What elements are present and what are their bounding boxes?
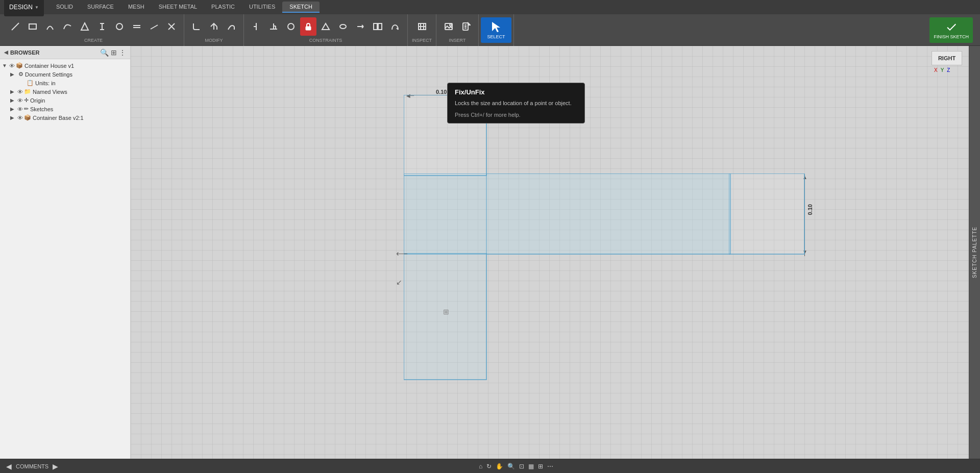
tooltip-shortcut: Press Ctrl+/ for more help. (455, 112, 577, 118)
tree-visibility-3[interactable]: 👁 (17, 89, 23, 95)
tree-item-6[interactable]: ▶👁📦Container Base v2:1 (0, 113, 130, 122)
grid-btn[interactable]: ⊞ (538, 463, 543, 470)
browser-expand-btn[interactable]: ⊞ (111, 48, 117, 57)
tree-expand-arrow-5[interactable]: ▶ (10, 106, 17, 112)
pan-btn[interactable]: ✋ (496, 463, 503, 470)
tooltip-description: Locks the size and location of a point o… (455, 99, 577, 108)
home-view-btn[interactable]: ⌂ (479, 463, 482, 470)
select-btn[interactable]: SELECT (481, 17, 511, 43)
tree-item-3[interactable]: ▶👁📁Named Views (0, 87, 130, 96)
parallel-btn[interactable] (352, 17, 369, 36)
tree-expand-arrow-4[interactable]: ▶ (10, 97, 17, 103)
tree-item-2[interactable]: 📋Units: in (0, 79, 130, 87)
tangent-btn[interactable] (335, 17, 351, 36)
svg-rect-46 (404, 253, 486, 380)
z-axis-label: Z (947, 67, 950, 73)
spline-tool-btn[interactable] (59, 17, 76, 36)
snap-btn[interactable]: ⋯ (547, 463, 553, 470)
select-label: SELECT (487, 34, 505, 39)
tree-item-4[interactable]: ▶👁✛Origin (0, 96, 130, 105)
insert-image-btn[interactable] (440, 17, 457, 36)
tree-expand-arrow-3[interactable]: ▶ (10, 89, 17, 94)
tab-utilities[interactable]: UTILITIES (242, 2, 282, 13)
finish-sketch-btn[interactable]: FINISH SKETCH (929, 17, 973, 43)
inspect-btn[interactable] (414, 17, 430, 36)
toolbar-create-section: CREATE (3, 14, 184, 46)
construction-tool-btn[interactable] (129, 17, 145, 36)
cursor-indicator2: ↙ (396, 278, 402, 286)
line-tool-btn[interactable] (7, 17, 23, 36)
tab-sheet-metal[interactable]: SHEET METAL (152, 2, 204, 13)
tree-label-6: Container Base v2:1 (33, 115, 84, 121)
comments-toggle-btn[interactable]: ▶ (53, 462, 58, 470)
tab-plastic[interactable]: PLASTIC (204, 2, 242, 13)
tree-label-0: Container House v1 (24, 63, 74, 69)
tree-label-3: Named Views (33, 89, 67, 95)
toolbar-inspect-section: INSPECT (408, 14, 436, 46)
tree-expand-arrow-1[interactable]: ▶ (10, 71, 17, 77)
tab-sketch[interactable]: SKETCH (282, 2, 320, 13)
circle-constraint-btn[interactable] (283, 17, 299, 36)
browser-tree: ▼👁📦Container House v1▶⚙Document Settings… (0, 59, 130, 459)
tree-label-5: Sketches (30, 106, 53, 112)
symmetry-btn[interactable] (370, 17, 386, 36)
bottom-center: ⌂ ↻ ✋ 🔍 ⊡ ▦ ⊞ ⋯ (479, 463, 553, 470)
comments-label: COMMENTS (16, 463, 48, 469)
curvature-btn[interactable] (387, 17, 403, 36)
svg-rect-47 (729, 173, 804, 254)
tree-item-0[interactable]: ▼👁📦Container House v1 (0, 61, 130, 70)
canvas-grid: Fix/UnFix Locks the size and location of… (131, 46, 980, 459)
view-cube-right[interactable]: RIGHT (932, 51, 962, 65)
browser-search-btn[interactable]: 🔍 (100, 48, 109, 57)
tree-item-1[interactable]: ▶⚙Document Settings (0, 70, 130, 79)
circle-tool-btn[interactable] (111, 17, 128, 36)
tree-visibility-0[interactable]: 👁 (9, 63, 15, 69)
tree-icon-2: 📋 (27, 80, 34, 86)
toolbar-constraints-section: CONSTRAINTS (244, 14, 408, 46)
tree-item-5[interactable]: ▶👁✏Sketches (0, 105, 130, 113)
zoom-btn[interactable]: 🔍 (507, 463, 515, 470)
tooltip-title: Fix/UnFix (455, 88, 577, 96)
tab-mesh[interactable]: MESH (121, 2, 152, 13)
fix-unfix-btn[interactable] (300, 17, 316, 36)
sketch-rect-right (729, 173, 811, 260)
orbit-btn[interactable]: ↻ (486, 463, 492, 470)
fillet-btn[interactable] (188, 17, 205, 36)
midpoint-btn[interactable] (317, 17, 334, 36)
svg-marker-23 (322, 23, 329, 30)
constraints-label: CONSTRAINTS (309, 38, 342, 43)
perpendicular-btn[interactable] (265, 17, 282, 36)
angled-line-btn[interactable] (146, 17, 162, 36)
polygon-tool-btn[interactable] (77, 17, 93, 36)
browser-panel: ◀ BROWSER 🔍 ⊞ ⋮ ▼👁📦Container House v1▶⚙D… (0, 46, 131, 459)
sketch-palette-tab[interactable]: SKETCH PALETTE (969, 46, 980, 459)
tab-solid[interactable]: SOLID (49, 2, 80, 13)
cursor-indicator: ⟵ (396, 248, 408, 258)
tree-expand-arrow-6[interactable]: ▶ (10, 115, 17, 120)
curve-btn[interactable] (223, 17, 239, 36)
fix-unfix-tooltip: Fix/UnFix Locks the size and location of… (447, 83, 585, 123)
zoom-fit-btn[interactable]: ⊡ (519, 463, 524, 470)
trim-tool-btn[interactable] (163, 17, 180, 36)
tree-visibility-5[interactable]: 👁 (17, 106, 23, 112)
insert-dxf-btn[interactable] (458, 17, 474, 36)
offset-btn[interactable] (206, 17, 222, 36)
slot-tool-btn[interactable] (94, 17, 110, 36)
browser-settings-btn[interactable]: ⋮ (119, 48, 126, 57)
canvas-area[interactable]: Fix/UnFix Locks the size and location of… (131, 46, 980, 459)
arc-tool-btn[interactable] (42, 17, 58, 36)
toolbar-modify-section: MODIFY (184, 14, 244, 46)
tree-expand-arrow-0[interactable]: ▼ (2, 63, 9, 68)
tab-surface[interactable]: SURFACE (80, 2, 121, 13)
coincident-btn[interactable] (248, 17, 264, 36)
toolbar-insert-section: INSERT (436, 14, 479, 46)
comments-expand-btn[interactable]: ◀ (6, 462, 12, 470)
tree-visibility-4[interactable]: 👁 (17, 97, 23, 104)
display-mode-btn[interactable]: ▦ (528, 463, 534, 470)
tree-icon-4: ✛ (24, 97, 29, 104)
view-cube[interactable]: RIGHT X Y Z (929, 51, 965, 87)
bottom-bar: ◀ COMMENTS ▶ ⌂ ↻ ✋ 🔍 ⊡ ▦ ⊞ ⋯ (0, 459, 980, 473)
rectangle-tool-btn[interactable] (24, 17, 41, 36)
create-label: CREATE (84, 38, 103, 43)
tree-visibility-6[interactable]: 👁 (17, 115, 23, 121)
